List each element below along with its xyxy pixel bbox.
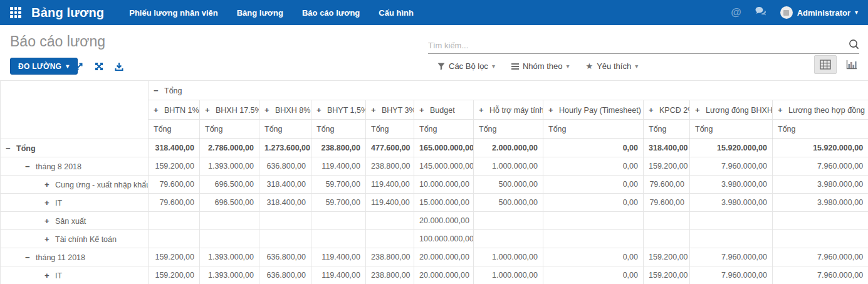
measure-column-header[interactable]: +Budget: [414, 100, 474, 120]
expand-icon[interactable]: +: [44, 180, 55, 189]
groupby-icon: [511, 62, 519, 71]
collapse-icon[interactable]: −: [154, 86, 164, 95]
expand-icon[interactable]: +: [205, 105, 216, 115]
measure-column-header[interactable]: +BHYT 3%: [366, 100, 414, 120]
row-header[interactable]: +Cung ứng - xuất nhập khẩu: [1, 176, 149, 194]
pivot-value-cell: 0,00: [543, 194, 644, 212]
expand-icon[interactable]: +: [649, 105, 659, 115]
measure-subtotal-header[interactable]: Tổng: [259, 120, 311, 139]
pivot-value-cell: 7.960.000,00: [690, 266, 773, 284]
row-header[interactable]: −Tổng: [1, 139, 149, 157]
collapse-icon[interactable]: −: [25, 253, 36, 262]
measure-column-header[interactable]: +Hỗ trợ máy tính: [474, 100, 543, 120]
measure-column-header[interactable]: +KPCĐ 2%: [644, 100, 690, 120]
expand-icon[interactable]: +: [154, 105, 164, 115]
pivot-value-cell: 7.960.000,00: [690, 248, 773, 266]
expand-icon[interactable]: +: [44, 271, 55, 280]
measure-subtotal-header[interactable]: Tổng: [200, 120, 259, 139]
graph-view-button[interactable]: [840, 55, 863, 74]
pivot-value-cell: 7.960.000,00: [773, 248, 868, 266]
row-header[interactable]: +IT: [1, 194, 149, 212]
navbar-right: @ Administrator ▾: [731, 6, 858, 19]
measure-column-header[interactable]: +BHXH 17.5%: [200, 100, 259, 120]
measure-subtotal-header[interactable]: Tổng: [311, 120, 366, 139]
page-title: Báo cáo lương: [10, 33, 105, 50]
expand-icon[interactable]: +: [44, 234, 55, 244]
row-header[interactable]: −tháng 8 2018: [1, 157, 149, 176]
expand-icon[interactable]: +: [548, 105, 559, 115]
search-input[interactable]: [428, 41, 845, 50]
nav-item-cau-hinh[interactable]: Cấu hình: [379, 8, 414, 18]
pivot-value-cell: 159.200,00: [149, 266, 200, 284]
row-header[interactable]: +Sản xuất: [1, 212, 149, 230]
pivot-value-cell: 7.960.000,00: [690, 157, 773, 176]
expand-icon[interactable]: +: [695, 105, 706, 115]
pivot-value-cell: 0,00: [543, 139, 644, 157]
measures-button[interactable]: ĐO LƯỜNG ▾: [10, 58, 78, 75]
pivot-value-cell: 3.980.000,00: [690, 194, 773, 212]
measure-column-header[interactable]: +BHXH 8%: [259, 100, 311, 120]
download-xlsx-icon[interactable]: [114, 61, 124, 71]
expand-icon[interactable]: +: [479, 105, 489, 115]
expand-icon[interactable]: +: [264, 105, 275, 115]
pivot-value-cell: 636.800,00: [259, 248, 311, 266]
measure-subtotal-header[interactable]: Tổng: [644, 120, 690, 139]
measure-subtotal-header[interactable]: Tổng: [149, 120, 200, 139]
apps-grid-icon[interactable]: [10, 7, 21, 18]
funnel-icon: [437, 63, 445, 70]
expand-icon[interactable]: +: [44, 198, 55, 208]
column-group-header-total[interactable]: −Tổng: [149, 81, 868, 100]
measure-subtotal-header[interactable]: Tổng: [773, 120, 868, 139]
expand-icon[interactable]: +: [778, 105, 788, 115]
measure-subtotal-header[interactable]: Tổng: [690, 120, 773, 139]
row-header[interactable]: −tháng 11 2018: [1, 248, 149, 266]
measure-column-header[interactable]: +BHYT 1,5%: [311, 100, 366, 120]
expand-icon[interactable]: +: [44, 216, 55, 226]
mentions-icon[interactable]: @: [731, 6, 741, 19]
measure-column-header[interactable]: +Lương theo hợp đồng: [773, 100, 868, 120]
pivot-value-cell: 145.000.000,00: [414, 157, 474, 176]
measure-subtotal-header[interactable]: Tổng: [366, 120, 414, 139]
pivot-value-cell: 7.960.000,00: [773, 266, 868, 284]
pivot-value-cell: 0,00: [543, 157, 644, 176]
measure-subtotal-header[interactable]: Tổng: [543, 120, 644, 139]
user-menu[interactable]: Administrator ▾: [780, 6, 858, 19]
pivot-value-cell: 1.393.000,00: [200, 157, 259, 176]
measure-subtotal-header[interactable]: Tổng: [414, 120, 474, 139]
measure-column-label: Lương đóng BHXH: [706, 106, 773, 115]
control-panel: Báo cáo lương ĐO LƯỜNG ▾: [0, 25, 868, 80]
chevron-down-icon: ▾: [635, 63, 638, 70]
chevron-down-icon: ▾: [492, 63, 495, 70]
expand-icon[interactable]: +: [371, 105, 382, 115]
expand-icon[interactable]: +: [316, 105, 327, 115]
measure-column-header[interactable]: +Hourly Pay (Timesheet): [543, 100, 644, 120]
measure-column-label: Hỗ trợ máy tính: [489, 106, 543, 115]
pivot-value-cell: 696.500,00: [200, 176, 259, 194]
pivot-value-cell: [366, 212, 414, 230]
nav-item-bang-luong[interactable]: Bảng lương: [237, 8, 283, 18]
measure-subtotal-header[interactable]: Tổng: [474, 120, 543, 139]
measure-column-header[interactable]: +Lương đóng BHXH: [690, 100, 773, 120]
measure-column-label: BHTN 1%: [164, 106, 199, 115]
row-header[interactable]: +IT: [1, 266, 149, 284]
pivot-value-cell: 119.400,00: [366, 194, 414, 212]
nav-item-bao-cao-luong[interactable]: Báo cáo lương: [302, 8, 360, 18]
collapse-icon[interactable]: −: [25, 162, 36, 171]
row-label: IT: [55, 199, 62, 208]
groupby-button-label: Nhóm theo: [523, 61, 563, 71]
nav-item-phieu-luong[interactable]: Phiếu lương nhân viên: [129, 8, 217, 18]
search-icon[interactable]: [849, 39, 859, 52]
pivot-view-button[interactable]: [814, 55, 837, 74]
measure-column-label: BHXH 8%: [275, 106, 310, 115]
messages-icon[interactable]: [755, 7, 766, 19]
flip-axis-icon[interactable]: [94, 61, 104, 71]
favorites-button[interactable]: ★ Yêu thích ▾: [586, 61, 639, 71]
pivot-value-cell: [644, 212, 690, 230]
filters-button[interactable]: Các Bộ lọc ▾: [437, 61, 495, 71]
row-header[interactable]: +Tài chính Kế toán: [1, 230, 149, 248]
expand-all-icon[interactable]: [74, 61, 84, 71]
collapse-icon[interactable]: −: [6, 144, 16, 153]
measure-column-header[interactable]: +BHTN 1%: [149, 100, 200, 120]
expand-icon[interactable]: +: [419, 105, 430, 115]
groupby-button[interactable]: Nhóm theo ▾: [511, 61, 570, 71]
